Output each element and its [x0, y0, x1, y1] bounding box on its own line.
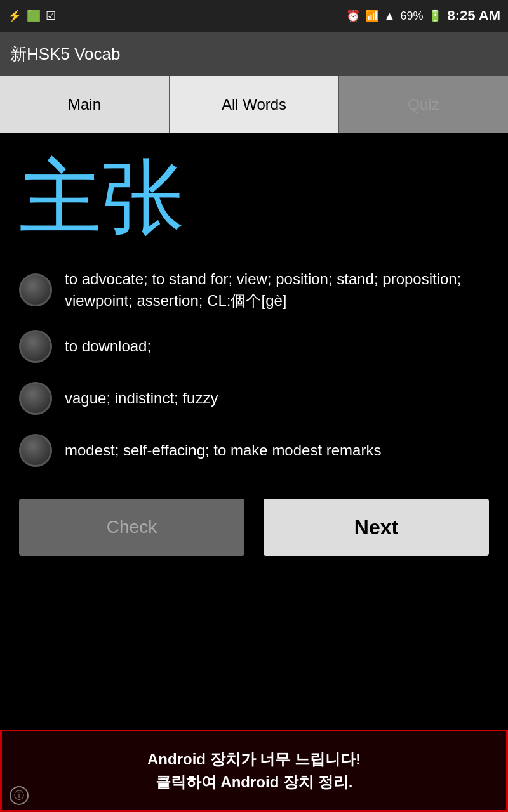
- radio-3[interactable]: [19, 382, 52, 415]
- chinese-word: 主张: [19, 152, 489, 243]
- wifi-icon: 📶: [365, 9, 379, 23]
- tab-quiz[interactable]: Quiz: [339, 76, 508, 133]
- option-4[interactable]: modest; self-effacing; to make modest re…: [19, 434, 489, 467]
- option-3[interactable]: vague; indistinct; fuzzy: [19, 382, 489, 415]
- option-3-text: vague; indistinct; fuzzy: [65, 388, 218, 409]
- ad-line-2: 클릭하여 Android 장치 정리.: [156, 772, 353, 792]
- tab-main[interactable]: Main: [0, 76, 170, 133]
- battery-icon: 🔋: [428, 9, 442, 23]
- tab-bar: Main All Words Quiz: [0, 76, 508, 133]
- ad-banner[interactable]: Android 장치가 너무 느립니다! 클릭하여 Android 장치 정리.…: [0, 730, 508, 812]
- title-bar: 新HSK5 Vocab: [0, 32, 508, 76]
- app-title: 新HSK5 Vocab: [10, 43, 120, 65]
- ad-line-1: Android 장치가 너무 느립니다!: [147, 749, 361, 769]
- check-button[interactable]: Check: [19, 499, 244, 556]
- ad-info-icon[interactable]: ⓘ: [10, 786, 29, 805]
- clock: 8:25 AM: [447, 8, 500, 24]
- button-row: Check Next: [0, 486, 508, 568]
- tab-all-words[interactable]: All Words: [170, 76, 339, 133]
- status-icons-left: ⚡ 🟩 ☑: [8, 9, 56, 23]
- content-area: 主张 to advocate; to stand for; view; posi…: [0, 133, 508, 467]
- alarm-icon: ⏰: [346, 9, 360, 23]
- option-4-text: modest; self-effacing; to make modest re…: [65, 440, 381, 461]
- radio-2[interactable]: [19, 330, 52, 363]
- app-icon-2: ☑: [46, 9, 56, 23]
- battery-level: 69%: [400, 10, 423, 23]
- status-icons-right: ⏰ 📶 ▲ 69% 🔋 8:25 AM: [346, 8, 500, 24]
- option-1[interactable]: to advocate; to stand for; view; positio…: [19, 268, 489, 311]
- option-1-text: to advocate; to stand for; view; positio…: [65, 268, 489, 311]
- radio-1[interactable]: [19, 273, 52, 306]
- option-2-text: to download;: [65, 336, 151, 357]
- app-icon-1: 🟩: [27, 9, 41, 23]
- radio-4[interactable]: [19, 434, 52, 467]
- signal-icon: ▲: [384, 10, 396, 23]
- next-button[interactable]: Next: [264, 499, 489, 556]
- status-bar: ⚡ 🟩 ☑ ⏰ 📶 ▲ 69% 🔋 8:25 AM: [0, 0, 508, 32]
- usb-icon: ⚡: [8, 9, 22, 23]
- option-2[interactable]: to download;: [19, 330, 489, 363]
